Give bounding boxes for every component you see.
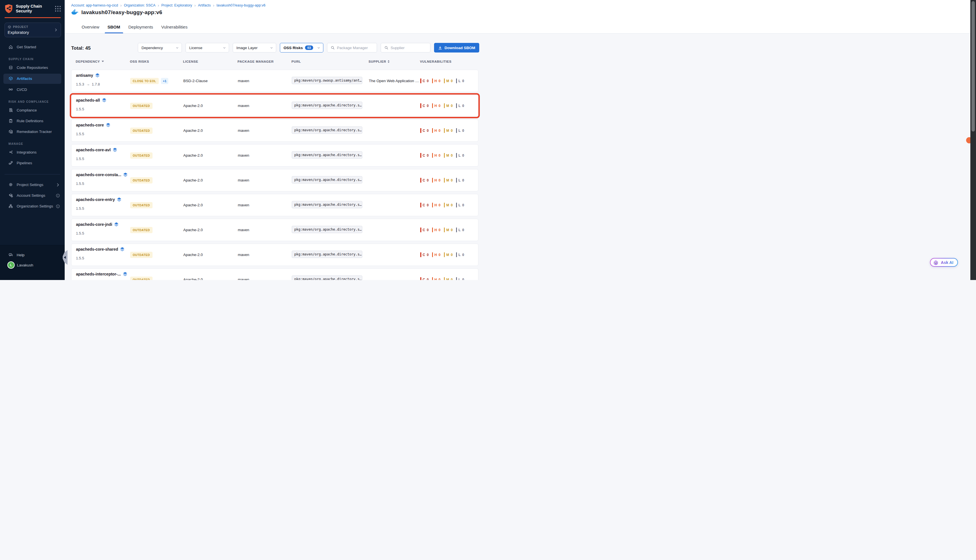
sidebar-section-label: SUPPLY CHAIN <box>8 58 65 61</box>
tab-vulnerabilities[interactable]: Vulnerabilities <box>161 25 187 33</box>
module-grid-icon[interactable] <box>55 6 61 12</box>
purl-value[interactable]: pkg:maven/org.apache.directory.s… <box>292 201 362 208</box>
purl-cell: pkg:maven/org.apache.directory.s… <box>292 226 369 234</box>
search-supplier[interactable] <box>381 43 430 52</box>
table-row[interactable]: apacheds-core 1.5.5 OUTDATED Apache-2.0 … <box>71 119 479 142</box>
page-title: lavakush07/easy-buggy-app:v6 <box>81 9 162 15</box>
package-manager-cell: maven <box>238 178 292 182</box>
breadcrumb-link[interactable]: Account: app-harness-ng-cicd <box>71 3 118 7</box>
sidebar-item-label: CI/CD <box>17 88 27 92</box>
oss-risks-cell: OUTDATED <box>130 277 183 280</box>
sidebar-item-label: Organization Settings <box>17 204 53 208</box>
sidebar-item-code-repositories[interactable]: Code Repositories <box>0 62 65 73</box>
vulnerability-count-l: L0 <box>456 153 465 158</box>
supply-chain-security-logo-icon <box>5 4 13 13</box>
filter-dropdown-dependency[interactable]: Dependency <box>138 43 182 52</box>
project-cube-icon <box>8 25 11 29</box>
sidebar-item-account-settings[interactable]: Account Settings <box>0 190 65 201</box>
license-cell: Apache-2.0 <box>183 128 238 133</box>
table-row[interactable]: apacheds-core-entry 1.5.5 OUTDATED Apach… <box>71 194 479 216</box>
table-row[interactable]: apacheds-core-shared 1.5.5 OUTDATED Apac… <box>71 243 479 266</box>
column-header-vulnerabilities[interactable]: VULNERABILITIES <box>420 60 479 63</box>
breadcrumb-link[interactable]: lavakush07/easy-buggy-app:v6 <box>217 3 265 7</box>
filter-dropdown-license[interactable]: License <box>185 43 229 52</box>
sidebar-item-label: Code Repositories <box>17 65 48 70</box>
oss-risk-badge: OUTDATED <box>130 252 152 258</box>
table-row[interactable]: apacheds-all 1.5.5 OUTDATED Apache-2.0 m… <box>71 95 479 117</box>
layers-icon <box>123 272 127 276</box>
user-menu[interactable]: LLavakush <box>0 260 65 270</box>
search-package-manager[interactable] <box>327 43 377 52</box>
tab-sbom[interactable]: SBOM <box>108 25 120 33</box>
purl-value[interactable]: pkg:maven/org.apache.directory.s… <box>292 226 362 233</box>
package-manager-cell: maven <box>238 103 292 108</box>
oss-risk-badge[interactable]: +1 <box>161 78 169 84</box>
purl-value[interactable]: pkg:maven/org.apache.directory.s… <box>292 151 362 158</box>
purl-cell: pkg:maven/org.apache.directory.s… <box>292 151 369 160</box>
help-icon: ? <box>8 253 13 257</box>
main-area: Account: app-harness-ng-cicd›Organizatio… <box>65 0 488 280</box>
column-header-license[interactable]: LICENSE <box>183 60 237 63</box>
sidebar-item-pipelines[interactable]: Pipelines <box>0 158 65 168</box>
share-icon <box>8 150 13 155</box>
column-header-oss-risks[interactable]: OSS RISKS <box>130 60 183 63</box>
sidebar-item-label: Artifacts <box>17 77 32 81</box>
purl-value[interactable]: pkg:maven/org.apache.directory.s… <box>292 176 362 183</box>
search-input-package-manager[interactable] <box>337 46 374 50</box>
breadcrumb-link[interactable]: Project: Exploratory <box>161 3 192 7</box>
sidebar-settings: Project SettingsAccount SettingsOrganiza… <box>0 180 65 212</box>
table-row[interactable]: apacheds-core-consta... 1.5.5 OUTDATED A… <box>71 169 479 192</box>
project-selector[interactable]: PROJECT Exploratory <box>5 23 61 37</box>
sidebar-item-organization-settings[interactable]: Organization Settings <box>0 201 65 212</box>
breadcrumb-link[interactable]: Artifacts <box>198 3 211 7</box>
dependency-name: apacheds-all <box>76 98 100 102</box>
sidebar-item-ci-cd[interactable]: CI/CD <box>0 84 65 95</box>
breadcrumb-link[interactable]: Organization: SSCA <box>124 3 155 7</box>
purl-value[interactable]: pkg:maven/org.apache.directory.s… <box>292 102 362 109</box>
purl-value[interactable]: pkg:maven/org.apache.directory.s… <box>292 127 362 134</box>
dropdown-label: OSS Risks <box>284 46 303 50</box>
oss-risk-badge: OUTDATED <box>130 202 152 208</box>
table-row[interactable]: apacheds-interceptor-... 1.5.5 OUTDATED … <box>71 268 479 280</box>
tab-deployments[interactable]: Deployments <box>128 25 153 33</box>
doc-search-icon <box>8 108 13 113</box>
column-header-purl[interactable]: PURL <box>292 60 369 63</box>
download-sbom-button[interactable]: Download SBOM <box>434 43 479 52</box>
oss-risks-cell: OUTDATED <box>130 227 183 233</box>
tab-overview[interactable]: Overview <box>82 25 99 33</box>
filter-dropdown-image-layer[interactable]: Image Layer <box>233 43 276 52</box>
sidebar-item-help[interactable]: ?Help <box>0 250 65 260</box>
table-row[interactable]: apacheds-core-avl 1.5.5 OUTDATED Apache-… <box>71 144 479 167</box>
label: Lavakush <box>17 263 33 267</box>
sidebar-item-remediation-tracker[interactable]: Remediation Tracker <box>0 127 65 137</box>
oss-risk-badge: OUTDATED <box>130 152 152 158</box>
search-input-supplier[interactable] <box>390 46 427 50</box>
column-header-dependency[interactable]: DEPENDENCY <box>76 60 130 63</box>
sidebar-item-get-started[interactable]: Get Started <box>0 42 65 52</box>
code-repo-icon <box>8 65 13 70</box>
column-header-package-manager[interactable]: PACKAGE MANAGER <box>237 60 292 63</box>
pipeline-icon <box>8 161 13 165</box>
oss-risk-badge: OUTDATED <box>130 103 152 109</box>
sidebar-nav: Get StartedSUPPLY CHAINCode Repositories… <box>0 42 65 168</box>
oss-risks-cell: OUTDATED <box>130 177 183 183</box>
purl-value[interactable]: pkg:maven/org.apache.directory.s… <box>292 275 362 280</box>
table-row[interactable]: antisamy 1.5.3→1.7.8 CLOSE TO EOL+1 BSD-… <box>71 70 479 92</box>
filter-dropdown-oss-risks[interactable]: OSS Risks03 <box>280 43 324 52</box>
gear-icon <box>8 182 13 187</box>
purl-value[interactable]: pkg:maven/org.owasp.antisamy/ant… <box>292 77 362 84</box>
table-row[interactable]: apacheds-core-jndi 1.5.5 OUTDATED Apache… <box>71 219 479 241</box>
breadcrumb-separator-icon: › <box>158 3 159 8</box>
layers-icon <box>117 197 122 202</box>
sidebar-item-project-settings[interactable]: Project Settings <box>0 180 65 190</box>
sidebar-item-artifacts[interactable]: Artifacts <box>3 74 61 84</box>
column-header-supplier[interactable]: SUPPLIER <box>369 60 420 63</box>
sidebar-item-integrations[interactable]: Integrations <box>0 147 65 158</box>
vulnerability-count-c: C0 <box>420 103 429 108</box>
purl-value[interactable]: pkg:maven/org.apache.directory.s… <box>292 251 362 258</box>
sidebar-item-rule-definitions[interactable]: Rule Definitions <box>0 116 65 127</box>
dependency-name: apacheds-core-consta... <box>76 172 121 177</box>
sidebar-item-label: Get Started <box>17 45 36 49</box>
sidebar-item-compliance[interactable]: Compliance <box>0 105 65 116</box>
download-icon <box>438 46 442 50</box>
